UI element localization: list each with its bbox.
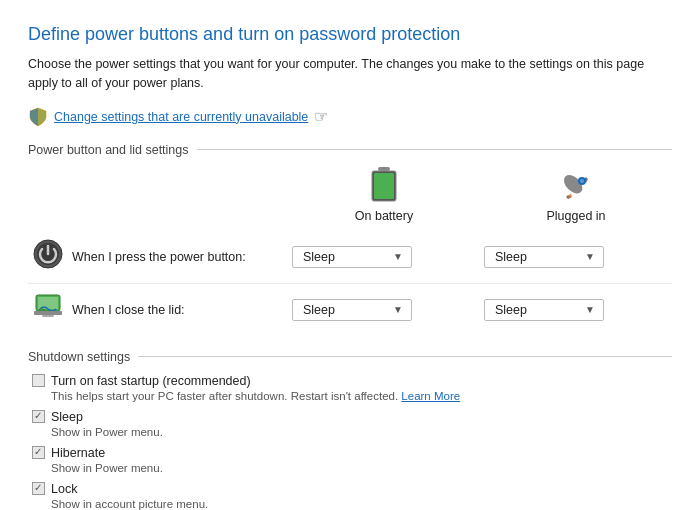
hibernate-item: Hibernate Show in Power menu. — [32, 446, 672, 474]
power-button-row: When I press the power button: Sleep ▼ S… — [28, 231, 672, 284]
section-divider — [197, 149, 672, 150]
fast-startup-label: Turn on fast startup (recommended) — [51, 374, 251, 388]
plugged-in-label: Plugged in — [546, 209, 605, 223]
dropdown-arrow-icon: ▼ — [393, 251, 403, 262]
cursor-icon: ☞ — [314, 107, 328, 126]
hibernate-label: Hibernate — [51, 446, 105, 460]
close-lid-row: When I close the lid: Sleep ▼ Sleep ▼ — [28, 283, 672, 336]
table-header-row: On battery — [28, 167, 672, 231]
lock-desc: Show in account picture menu. — [51, 498, 672, 510]
sleep-item: Sleep Show in Power menu. — [32, 410, 672, 438]
sleep-checkbox[interactable] — [32, 410, 45, 423]
lid-on-battery-cell: Sleep ▼ — [288, 283, 480, 336]
power-button-pluggedin-value: Sleep — [495, 250, 527, 264]
fast-startup-checkbox[interactable] — [32, 374, 45, 387]
sleep-label: Sleep — [51, 410, 83, 424]
lid-on-battery-dropdown[interactable]: Sleep ▼ — [292, 299, 412, 321]
shutdown-section: Shutdown settings Turn on fast startup (… — [28, 350, 672, 510]
hibernate-desc: Show in Power menu. — [51, 462, 672, 474]
lock-checkbox[interactable] — [32, 482, 45, 495]
shutdown-section-header: Shutdown settings — [28, 350, 672, 364]
power-button-on-battery-value: Sleep — [303, 250, 335, 264]
hibernate-header: Hibernate — [32, 446, 672, 460]
power-button-section-header: Power button and lid settings — [28, 143, 672, 157]
pluggedin-icon — [558, 169, 594, 205]
power-button-section-label: Power button and lid settings — [28, 143, 197, 157]
change-settings-link[interactable]: Change settings that are currently unava… — [54, 110, 308, 124]
lid-icon — [32, 291, 64, 323]
fast-startup-header: Turn on fast startup (recommended) — [32, 374, 672, 388]
svg-rect-12 — [42, 315, 54, 317]
battery-icon — [368, 167, 400, 205]
power-button-label: When I press the power button: — [68, 231, 288, 284]
fast-startup-item: Turn on fast startup (recommended) This … — [32, 374, 672, 402]
lid-pluggedin-dropdown[interactable]: Sleep ▼ — [484, 299, 604, 321]
dropdown-arrow-icon: ▼ — [393, 304, 403, 315]
power-button-on-battery-dropdown[interactable]: Sleep ▼ — [292, 246, 412, 268]
page-title: Define power buttons and turn on passwor… — [28, 24, 672, 45]
plugged-in-header: Plugged in — [480, 167, 672, 231]
on-battery-label: On battery — [355, 209, 413, 223]
change-settings-row[interactable]: Change settings that are currently unava… — [28, 107, 672, 127]
power-button-pluggedin-dropdown[interactable]: Sleep ▼ — [484, 246, 604, 268]
svg-point-6 — [580, 179, 584, 183]
dropdown-arrow-icon: ▼ — [585, 304, 595, 315]
page-description: Choose the power settings that you want … — [28, 55, 672, 93]
hibernate-checkbox[interactable] — [32, 446, 45, 459]
shutdown-items-list: Turn on fast startup (recommended) This … — [32, 374, 672, 510]
fast-startup-desc: This helps start your PC faster after sh… — [51, 390, 672, 402]
lock-header: Lock — [32, 482, 672, 496]
lid-pluggedin-value: Sleep — [495, 303, 527, 317]
shutdown-divider — [138, 356, 672, 357]
sleep-header: Sleep — [32, 410, 672, 424]
shutdown-section-label: Shutdown settings — [28, 350, 138, 364]
on-battery-header: On battery — [288, 167, 480, 231]
power-button-icon — [32, 238, 64, 270]
lid-pluggedin-cell: Sleep ▼ — [480, 283, 672, 336]
sleep-desc: Show in Power menu. — [51, 426, 672, 438]
close-lid-label: When I close the lid: — [68, 283, 288, 336]
dropdown-arrow-icon: ▼ — [585, 251, 595, 262]
power-settings-table: On battery — [28, 167, 672, 336]
lid-on-battery-value: Sleep — [303, 303, 335, 317]
power-button-on-battery-cell: Sleep ▼ — [288, 231, 480, 284]
svg-rect-11 — [34, 311, 62, 315]
shield-icon — [28, 107, 48, 127]
learn-more-link[interactable]: Learn More — [401, 390, 460, 402]
svg-rect-3 — [374, 173, 394, 199]
svg-rect-0 — [378, 167, 390, 171]
power-button-pluggedin-cell: Sleep ▼ — [480, 231, 672, 284]
lock-item: Lock Show in account picture menu. — [32, 482, 672, 510]
lock-label: Lock — [51, 482, 77, 496]
